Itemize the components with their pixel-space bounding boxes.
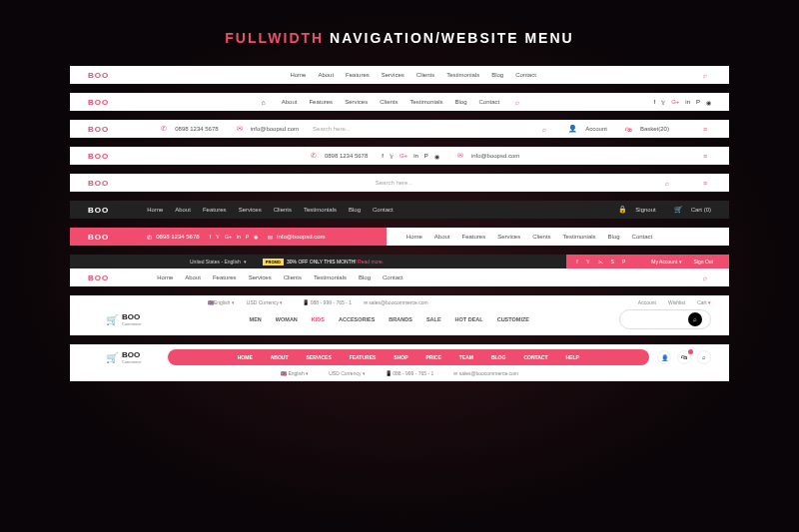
search-box[interactable]: ⌕ [619,309,711,329]
nav-clients[interactable]: Clients [416,72,434,78]
nav-team[interactable]: TEAM [459,354,473,360]
dribbble-icon[interactable]: ◉ [434,153,439,160]
nav-accesories[interactable]: ACCESORIES [339,316,375,322]
nav-home[interactable]: Home [290,72,306,78]
nav-sale[interactable]: SALE [426,316,441,322]
nav-features[interactable]: Features [203,207,227,213]
nav-services[interactable]: Services [382,72,404,78]
lang-select[interactable]: English ▾ [214,299,235,305]
nav-price[interactable]: PRICE [425,354,440,360]
signout-link[interactable]: Sign Out [694,259,713,265]
nav-blog[interactable]: BLOG [491,354,505,360]
nav-features[interactable]: Features [213,274,237,280]
facebook-icon[interactable]: f [210,234,211,240]
search-icon[interactable]: ⌕ [661,180,699,187]
nav-blog[interactable]: Blog [491,72,503,78]
google-plus-icon[interactable]: G+ [400,153,407,160]
myaccount-link[interactable]: My Account ▾ [651,259,681,265]
currency-select[interactable]: USD Currency ▾ [235,299,284,305]
nav-about[interactable]: About [282,99,298,106]
nav-contact[interactable]: Contact [632,234,653,240]
logo-commerce[interactable]: 🛒 BOOCommerce [88,312,160,326]
bag-button[interactable]: 🛍 [677,350,691,364]
google-plus-icon[interactable]: G+ [671,99,679,105]
nav-testimonials[interactable]: Testimonials [314,274,347,280]
signout-link[interactable]: Signout [635,207,655,213]
cart-link[interactable]: Cart ▾ [685,299,711,305]
nav-testimonials[interactable]: Testimonials [563,234,596,240]
nav-clients[interactable]: Clients [274,207,292,213]
nav-about[interactable]: About [434,234,450,240]
nav-brands[interactable]: BRANDS [389,316,412,322]
nav-about[interactable]: About [185,274,201,280]
twitter-icon[interactable]: 𝕐 [661,99,665,106]
logo[interactable]: BOO [70,125,127,134]
search-input[interactable]: Search here... [299,126,351,132]
twitter-icon[interactable]: 𝕐 [216,234,220,240]
nav-services[interactable]: Services [249,274,272,280]
nav-customize[interactable]: CUSTOMIZE [497,316,529,322]
nav-about[interactable]: ABOUT [271,354,289,360]
google-plus-icon[interactable]: G+ [225,234,232,240]
logo[interactable]: BOO [70,152,127,161]
logo[interactable]: BOO [70,233,127,242]
menu-icon[interactable]: ≡ [699,180,711,187]
promo-link[interactable]: Read more. [358,259,384,265]
nav-home[interactable]: Home [147,207,163,213]
nav-help[interactable]: HELP [565,354,578,360]
nav-blog[interactable]: Blog [608,234,620,240]
nav-features[interactable]: Features [462,234,486,240]
nav-services[interactable]: SERVICES [307,354,332,360]
linkedin-icon[interactable]: in [413,153,418,160]
account-link[interactable]: Account [585,126,607,132]
nav-home[interactable]: HOME [238,354,253,360]
nav-hotdeal[interactable]: HOT DEAL [455,316,483,322]
nav-services[interactable]: Services [497,234,520,240]
search-button[interactable]: ⌕ [697,350,711,364]
menu-icon[interactable]: ≡ [699,126,711,133]
nav-contact[interactable]: Contact [383,274,403,280]
twitter-icon[interactable]: 𝕐 [586,259,590,265]
nav-kids[interactable]: KIDS [312,316,325,322]
rss-icon[interactable]: ⋋ [598,259,603,265]
cart-link[interactable]: Cart (0) [691,207,711,213]
logo[interactable]: BOO [70,273,127,282]
linkedin-icon[interactable]: in [685,99,690,105]
facebook-icon[interactable]: f [382,153,384,160]
facebook-icon[interactable]: f [576,259,577,265]
nav-services[interactable]: Services [345,99,368,106]
search-icon[interactable]: ⌕ [511,99,523,106]
account-link[interactable]: Account [638,299,656,305]
logo[interactable]: BOO [70,206,127,215]
nav-blog[interactable]: Blog [359,274,371,280]
nav-home[interactable]: Home [406,234,422,240]
lang-select[interactable]: English ▾ [288,370,309,376]
linkedin-icon[interactable]: in [237,234,241,240]
nav-about[interactable]: About [175,207,191,213]
nav-testimonials[interactable]: Testimonials [446,72,479,78]
menu-icon[interactable]: ≡ [699,153,711,160]
nav-home[interactable]: Home [157,274,173,280]
dribbble-icon[interactable]: ◉ [254,234,258,240]
pinterest-icon[interactable]: P [622,259,625,265]
nav-woman[interactable]: WOMAN [276,316,298,322]
nav-clients[interactable]: Clients [284,274,302,280]
wishlist-link[interactable]: Wishlist [656,299,685,305]
nav-features[interactable]: FEATURES [350,354,377,360]
region-select[interactable]: United States - English [190,259,241,265]
logo[interactable]: BOO [70,98,127,107]
basket-link[interactable]: Basket(20) [640,126,669,132]
nav-blog[interactable]: Blog [455,99,467,106]
nav-clients[interactable]: Clients [532,234,550,240]
nav-contact[interactable]: CONTACT [523,354,547,360]
search-icon[interactable]: ⌕ [538,126,550,133]
home-icon[interactable]: ⌂ [258,99,270,106]
nav-about[interactable]: About [318,72,334,78]
logo[interactable]: BOO [70,71,127,80]
search-icon[interactable]: ⌕ [699,72,711,79]
twitter-icon[interactable]: 𝕐 [390,153,394,160]
nav-services[interactable]: Services [239,207,262,213]
dribbble-icon[interactable]: ◉ [706,99,711,106]
skype-icon[interactable]: S [611,259,614,265]
logo[interactable]: BOO [70,179,127,188]
